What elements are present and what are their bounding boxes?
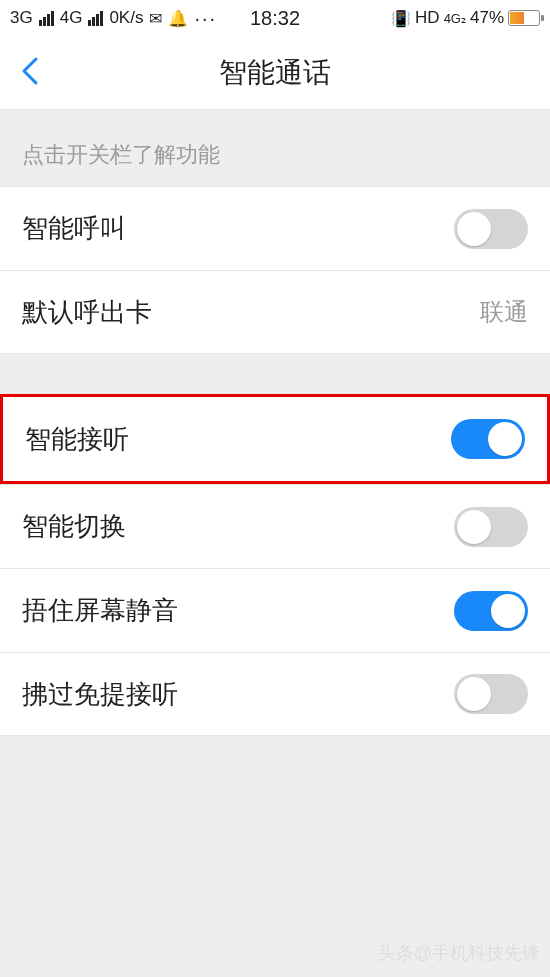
network-2-label: 4G (60, 8, 83, 28)
signal-bars-1-icon (39, 11, 54, 26)
battery-percent: 47% (470, 8, 504, 28)
notification-bell-icon: 🔔 (168, 9, 188, 28)
page-header: 智能通话 (0, 36, 550, 110)
net-badge: 4G₂ (444, 11, 466, 26)
row-default-sim[interactable]: 默认呼出卡 联通 (0, 270, 550, 354)
status-left: 3G 4G 0K/s ✉ 🔔 ··· (10, 7, 217, 30)
smart-answer-label: 智能接听 (25, 422, 129, 457)
row-smart-answer[interactable]: 智能接听 (3, 397, 547, 481)
cover-mute-toggle[interactable] (454, 591, 528, 631)
wave-answer-label: 拂过免提接听 (22, 677, 178, 712)
section-hint: 点击开关栏了解功能 (0, 110, 550, 186)
row-smart-switch[interactable]: 智能切换 (0, 484, 550, 568)
watermark: 头条@手机科技先锋 (378, 941, 540, 965)
chevron-left-icon (20, 55, 40, 87)
more-icon: ··· (194, 7, 217, 30)
clock: 18:32 (250, 7, 300, 30)
smart-answer-toggle[interactable] (451, 419, 525, 459)
signal-bars-2-icon (88, 11, 103, 26)
status-right: 📳 HD 4G₂ 47% (391, 8, 540, 28)
row-smart-call[interactable]: 智能呼叫 (0, 186, 550, 270)
highlight-box: 智能接听 (0, 394, 550, 484)
cover-mute-label: 捂住屏幕静音 (22, 593, 178, 628)
network-1-label: 3G (10, 8, 33, 28)
smart-switch-toggle[interactable] (454, 507, 528, 547)
page-title: 智能通话 (219, 54, 331, 92)
wechat-icon: ✉ (149, 9, 162, 28)
section-gap (0, 354, 550, 394)
hd-label: HD (415, 8, 440, 28)
status-bar: 3G 4G 0K/s ✉ 🔔 ··· 18:32 📳 HD 4G₂ 47% (0, 0, 550, 36)
default-sim-value: 联通 (480, 296, 528, 328)
smart-call-label: 智能呼叫 (22, 211, 126, 246)
smart-switch-label: 智能切换 (22, 509, 126, 544)
back-button[interactable] (20, 55, 40, 91)
smart-call-toggle[interactable] (454, 209, 528, 249)
wave-answer-toggle[interactable] (454, 674, 528, 714)
row-wave-answer[interactable]: 拂过免提接听 (0, 652, 550, 736)
default-sim-label: 默认呼出卡 (22, 295, 152, 330)
vibrate-icon: 📳 (391, 9, 411, 28)
row-cover-mute[interactable]: 捂住屏幕静音 (0, 568, 550, 652)
battery-icon (508, 10, 540, 26)
data-speed: 0K/s (109, 8, 143, 28)
